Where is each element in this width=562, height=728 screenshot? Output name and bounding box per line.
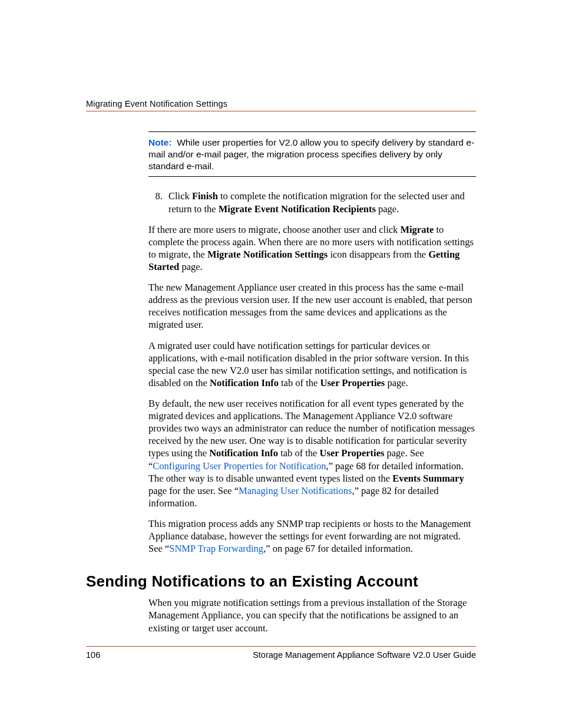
link-managing-user-notifications[interactable]: Managing User Notifications: [239, 485, 352, 496]
step-8-post: page.: [376, 203, 399, 215]
step-8-bold-finish: Finish: [192, 190, 218, 202]
paragraph-snmp-trap: This migration process adds any SNMP tra…: [148, 518, 476, 555]
body-content: Note: While user properties for V2.0 all…: [148, 131, 476, 555]
link-snmp-trap-forwarding[interactable]: SNMP Trap Forwarding: [169, 543, 263, 554]
note-rule-bottom: [148, 176, 476, 177]
step-8: Click Finish to complete the notificatio…: [165, 190, 476, 215]
footer-rule: [86, 646, 476, 647]
paragraph-new-user-email: The new Management Appliance user create…: [148, 281, 476, 331]
paragraph-migrate-more: If there are more users to migrate, choo…: [148, 223, 476, 273]
note-block: Note: While user properties for V2.0 all…: [148, 132, 476, 176]
section-body: When you migrate notification settings f…: [148, 597, 476, 634]
section-heading-sending-notifications: Sending Notifications to an Existing Acc…: [86, 572, 476, 591]
page-number: 106: [86, 650, 100, 660]
note-label: Note:: [148, 137, 172, 147]
page-footer: 106 Storage Management Appliance Softwar…: [86, 646, 476, 660]
paragraph-default-notification: By default, the new user receives notifi…: [148, 397, 476, 509]
step-list: Click Finish to complete the notificatio…: [148, 190, 476, 215]
running-header: Migrating Event Notification Settings: [86, 99, 476, 108]
paragraph-migrated-disabled: A migrated user could have notification …: [148, 340, 476, 389]
link-configuring-user-properties[interactable]: Configuring User Properties for Notifica…: [153, 460, 326, 472]
step-8-pre: Click: [168, 190, 192, 202]
header-rule: [86, 111, 476, 111]
note-text-body: While user properties for V2.0 allow you…: [148, 137, 474, 171]
page: Migrating Event Notification Settings No…: [0, 0, 562, 728]
footer-doc-title: Storage Management Appliance Software V2…: [253, 650, 476, 660]
step-8-bold-page: Migrate Event Notification Recipients: [219, 203, 376, 215]
paragraph-sending-intro: When you migrate notification settings f…: [148, 597, 476, 634]
